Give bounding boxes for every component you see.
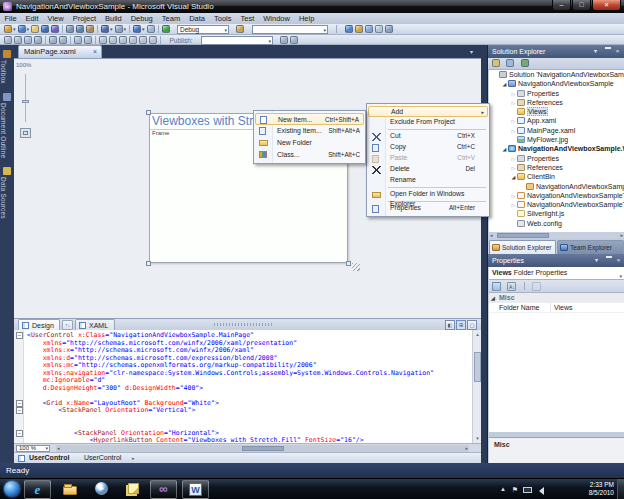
scroll-thumb[interactable] (497, 233, 549, 238)
save-icon[interactable] (41, 25, 49, 33)
tree-item-clientbin[interactable]: ◢ClientBin (489, 172, 624, 181)
window-position-icon[interactable]: ▾ (591, 47, 600, 56)
tree-item-navigationandviewboxsampletest[interactable]: ▷NavigationAndViewboxSampleTestPag (489, 191, 624, 200)
selection-handle[interactable] (146, 110, 151, 115)
publish-combo[interactable]: ▾ (201, 36, 273, 45)
tree-item-references[interactable]: ▷References (489, 163, 624, 172)
properties-button-icon[interactable] (492, 59, 500, 67)
bookmark-icon[interactable] (74, 36, 82, 44)
minimize-button[interactable]: ‒ (552, 0, 571, 11)
menu-team[interactable]: Team (157, 13, 184, 24)
scroll-thumb[interactable] (474, 352, 481, 382)
code-line[interactable] (27, 415, 434, 423)
bookmark-next-icon[interactable] (84, 36, 92, 44)
decrease-indent-icon[interactable] (49, 36, 57, 44)
fold-collapse-icon[interactable]: − (16, 430, 23, 437)
solution-configurations-icon[interactable] (236, 25, 244, 33)
breadcrumb-arrow-icon[interactable]: ▸ (132, 453, 135, 463)
fold-collapse-icon[interactable]: − (16, 407, 23, 414)
properties-window-icon[interactable] (365, 25, 373, 33)
tree-item-silverlight-js[interactable]: Silverlight.js (489, 209, 624, 218)
scroll-left-icon[interactable]: ◂ (57, 445, 60, 452)
tree-horizontal-scrollbar[interactable]: ◂ ▸ (489, 232, 624, 239)
editor-horizontal-scrollbar[interactable]: ◂ ▸ (56, 445, 469, 452)
increase-indent-icon[interactable] (59, 36, 67, 44)
save-all-icon[interactable] (51, 25, 59, 33)
tree-item-properties[interactable]: ▷Properties (489, 89, 624, 98)
document-tab-mainpage[interactable]: MainPage.xaml × (18, 45, 102, 58)
display-source-icon[interactable] (99, 36, 107, 44)
expanded-icon[interactable]: ◢ (510, 173, 517, 182)
menu-item-paste[interactable]: PasteCtrl+V (368, 153, 488, 164)
show-all-files-icon[interactable] (506, 59, 514, 67)
debug-configuration-combo[interactable]: Debug▾ (177, 25, 229, 34)
menu-item-class[interactable]: Class...Shift+Alt+C (255, 149, 364, 161)
zoom-slider-handle[interactable] (22, 100, 29, 103)
close-icon[interactable]: × (613, 47, 622, 56)
menu-file[interactable]: File (0, 13, 21, 24)
scroll-right-icon[interactable]: ▸ (465, 445, 468, 452)
details-icon[interactable] (139, 36, 147, 44)
add-item-icon[interactable] (18, 25, 26, 33)
new-project-icon[interactable] (4, 25, 12, 33)
sidebar-tab-data-sources[interactable]: Data Sources (0, 167, 14, 219)
menu-help[interactable]: Help (294, 13, 318, 24)
undo-icon-dropdown[interactable]: ▾ (110, 25, 113, 33)
code-area[interactable]: −<UserControl x:Class="NavigationAndView… (27, 332, 434, 443)
scroll-up-icon[interactable]: ▴ (473, 330, 481, 339)
member-list-icon[interactable] (4, 36, 12, 44)
windows-explorer[interactable] (56, 480, 83, 499)
tree-item-navigationandviewboxsample[interactable]: ◢NavigationAndViewboxSample (489, 79, 624, 88)
tree-item-solution-navigationandviewboxs[interactable]: Solution 'NavigationAndViewboxSample' (2… (489, 70, 624, 79)
cut-icon[interactable] (66, 25, 74, 33)
word[interactable]: W (182, 480, 209, 499)
redo-icon[interactable] (115, 25, 123, 33)
menu-item-open-folder-in-windows-explorer[interactable]: Open Folder in Windows Explorer (368, 189, 488, 200)
show-desktop-button[interactable] (617, 479, 624, 499)
properties-object-combo[interactable]: Views Folder Properties ▾ (489, 267, 624, 280)
property-row[interactable]: Folder Name Views (489, 303, 624, 313)
swap-panes-button[interactable]: ↑↓ (62, 320, 73, 330)
tree-item-mainpage-xaml[interactable]: ▷MainPage.xaml (489, 126, 624, 135)
split-vertical-button[interactable]: ◧ (445, 320, 455, 330)
scroll-down-icon[interactable]: ▾ (473, 434, 481, 443)
publish-icon[interactable] (280, 36, 288, 44)
undo-icon[interactable] (101, 25, 109, 33)
scroll-left-icon[interactable]: ◂ (490, 232, 493, 239)
pin-icon[interactable] (603, 256, 612, 265)
navigate-back-icon[interactable] (133, 25, 141, 33)
zoom-slider-track[interactable] (25, 74, 26, 122)
menu-window[interactable]: Window (259, 13, 295, 24)
breadcrumb-item[interactable]: UserControl (84, 453, 121, 463)
property-value[interactable]: Views (551, 303, 624, 312)
tree-item-views[interactable]: Views (489, 107, 624, 116)
scroll-right-icon[interactable]: ▸ (620, 232, 623, 239)
split-horizontal-button[interactable]: ⊞ (456, 320, 466, 330)
copy-icon[interactable] (76, 25, 84, 33)
publish-settings-icon[interactable] (290, 36, 298, 44)
close-button[interactable]: × (592, 0, 621, 11)
sidebar-tab-toolbox[interactable]: Toolbox (0, 50, 14, 84)
expanded-icon[interactable]: ◢ (501, 80, 508, 89)
splitter-grip[interactable] (214, 323, 274, 326)
menu-data[interactable]: Data (185, 13, 210, 24)
comment-icon[interactable] (34, 36, 42, 44)
incremental-search-icon[interactable] (24, 36, 32, 44)
internet-explorer[interactable]: e (24, 480, 51, 499)
code-line[interactable]: − <StackPanel Orientation="Vertical"> (27, 407, 434, 415)
tab-solution-explorer[interactable]: Solution Explorer (489, 240, 556, 254)
menu-debug[interactable]: Debug (126, 13, 157, 24)
find-icon[interactable] (345, 25, 353, 33)
fold-collapse-icon[interactable]: − (16, 400, 23, 407)
solution-explorer-header[interactable]: Solution Explorer ▾ × (488, 45, 624, 58)
find-combo[interactable]: ▾ (252, 25, 328, 34)
document-list-dropdown-icon[interactable]: ▾ (470, 48, 473, 55)
properties-header[interactable]: Properties ▾ × (488, 254, 624, 267)
menu-build[interactable]: Build (101, 13, 127, 24)
sidebar-tab-document-outline[interactable]: Document Outline (0, 93, 14, 158)
tree-item-navigationandviewboxsampletest[interactable]: ▷NavigationAndViewboxSampleTestPag (489, 200, 624, 209)
scroll-thumb[interactable] (242, 446, 284, 451)
close-document-icon[interactable]: × (93, 46, 97, 58)
alphabetical-icon[interactable]: A↓ (507, 282, 516, 291)
menu-view[interactable]: View (43, 13, 68, 24)
